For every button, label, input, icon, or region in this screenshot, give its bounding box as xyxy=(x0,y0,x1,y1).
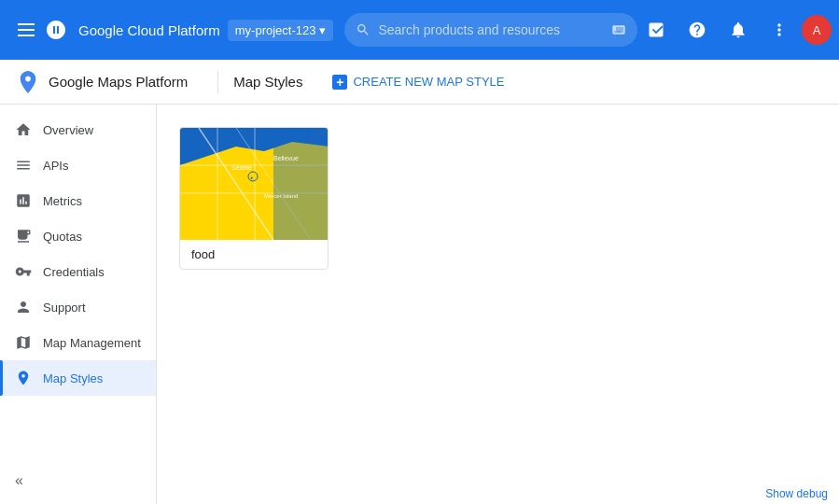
credentials-icon xyxy=(15,263,32,280)
gcp-logo xyxy=(45,19,67,41)
quotas-icon xyxy=(15,228,32,245)
alerts-button[interactable] xyxy=(720,11,757,49)
sidebar-label-map-management: Map Management xyxy=(43,336,141,350)
sidebar-item-credentials[interactable]: Credentials xyxy=(0,254,156,289)
collapse-icon: « xyxy=(15,472,23,489)
hamburger-icon xyxy=(18,23,35,36)
create-btn-label: CREATE NEW MAP STYLE xyxy=(353,75,504,89)
top-nav: Google Cloud Platform my-project-123 ▾ A xyxy=(0,0,839,60)
sidebar-item-apis[interactable]: APIs xyxy=(0,147,156,183)
svg-rect-10 xyxy=(273,128,329,240)
sidebar-item-map-styles[interactable]: Map Styles xyxy=(0,360,156,396)
svg-text:●: ● xyxy=(250,175,253,180)
content-area: Seattle Bellevue Mercer Island ● food Sh… xyxy=(157,105,839,504)
main-layout: Overview APIs Metrics Quotas Credentials xyxy=(0,105,839,504)
project-selector[interactable]: my-project-123 ▾ xyxy=(228,20,334,41)
page-title: Map Styles xyxy=(233,74,302,90)
sidebar-item-overview[interactable]: Overview xyxy=(0,112,156,147)
sidebar-label-apis: APIs xyxy=(43,159,68,173)
map-management-icon xyxy=(15,334,32,351)
help-button[interactable] xyxy=(678,11,716,49)
keyboard-icon xyxy=(611,22,626,37)
search-bar[interactable] xyxy=(344,13,637,47)
sidebar-label-metrics: Metrics xyxy=(43,194,82,208)
create-map-style-button[interactable]: + CREATE NEW MAP STYLE xyxy=(325,69,511,95)
debug-label: Show debug xyxy=(765,487,828,500)
overview-icon xyxy=(15,121,32,138)
map-preview-svg: Seattle Bellevue Mercer Island ● xyxy=(180,128,329,240)
add-icon: + xyxy=(332,75,347,90)
svg-text:Mercer Island: Mercer Island xyxy=(264,193,298,199)
chevron-down-icon: ▾ xyxy=(319,23,326,37)
sidebar-collapse-button[interactable]: « xyxy=(0,465,157,497)
svg-text:Seattle: Seattle xyxy=(231,164,252,171)
hamburger-button[interactable] xyxy=(7,11,45,49)
nav-title: Google Cloud Platform xyxy=(78,22,220,38)
sidebar-label-support: Support xyxy=(43,301,86,315)
sub-nav: Google Maps Platform Map Styles + CREATE… xyxy=(0,60,839,105)
map-styles-icon xyxy=(15,370,32,386)
sidebar-label-map-styles: Map Styles xyxy=(43,371,103,385)
notifications-button[interactable] xyxy=(637,11,675,49)
maps-logo-icon xyxy=(15,69,41,95)
show-debug-button[interactable]: Show debug xyxy=(754,483,839,504)
sidebar-label-credentials: Credentials xyxy=(43,265,105,279)
sidebar-label-quotas: Quotas xyxy=(43,230,82,244)
cloud-icon xyxy=(45,19,67,41)
project-name: my-project-123 xyxy=(235,23,316,37)
sub-nav-maps-title: Google Maps Platform xyxy=(49,74,188,90)
sidebar-item-support[interactable]: Support xyxy=(0,289,156,325)
nav-divider xyxy=(217,71,218,93)
search-input[interactable] xyxy=(378,22,604,37)
sidebar-item-metrics[interactable]: Metrics xyxy=(0,183,156,218)
metrics-icon xyxy=(15,192,32,209)
more-options-button[interactable] xyxy=(761,11,798,49)
map-thumbnail: Seattle Bellevue Mercer Island ● xyxy=(180,128,329,240)
map-style-card-food[interactable]: Seattle Bellevue Mercer Island ● food xyxy=(179,127,329,270)
sidebar: Overview APIs Metrics Quotas Credentials xyxy=(0,105,157,504)
apis-icon xyxy=(15,157,32,174)
map-style-label: food xyxy=(180,240,328,269)
support-icon xyxy=(15,299,32,315)
maps-logo: Google Maps Platform xyxy=(15,69,188,95)
sidebar-label-overview: Overview xyxy=(43,123,93,137)
search-icon xyxy=(356,22,371,37)
avatar[interactable]: A xyxy=(802,15,832,45)
sidebar-item-quotas[interactable]: Quotas xyxy=(0,218,156,254)
nav-right: A xyxy=(637,11,832,49)
svg-text:Bellevue: Bellevue xyxy=(273,155,299,161)
sidebar-item-map-management[interactable]: Map Management xyxy=(0,325,156,360)
